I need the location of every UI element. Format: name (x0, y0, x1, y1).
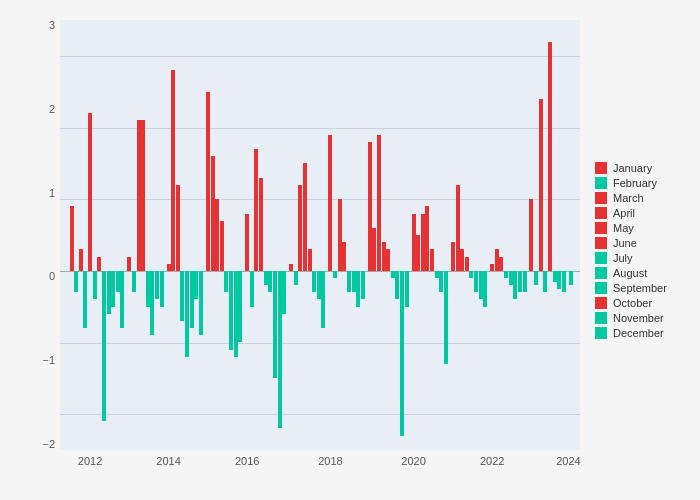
legend-item: February (595, 177, 690, 189)
bar (137, 120, 141, 271)
plot-canvas (60, 20, 580, 450)
x-axis-label: 2022 (480, 455, 504, 467)
bar (199, 271, 203, 336)
bar (289, 264, 293, 271)
bar (356, 271, 360, 307)
bar (460, 249, 464, 271)
bar (194, 271, 198, 300)
x-axis-label: 2012 (78, 455, 102, 467)
bar (386, 249, 390, 271)
legend-label: September (613, 282, 667, 294)
bar (529, 199, 533, 271)
bar (132, 271, 136, 293)
bar (416, 235, 420, 271)
legend-item: June (595, 237, 690, 249)
bar (439, 271, 443, 293)
bar (224, 271, 228, 293)
bar (435, 271, 439, 278)
legend-label: July (613, 252, 633, 264)
legend-item: November (595, 312, 690, 324)
bar (372, 228, 376, 271)
legend-item: August (595, 267, 690, 279)
legend-color-box (595, 222, 607, 234)
bar (382, 242, 386, 271)
bar (167, 264, 171, 271)
bar (534, 271, 538, 285)
legend-label: December (613, 327, 664, 339)
bar (412, 214, 416, 271)
x-axis-label: 2014 (156, 455, 180, 467)
legend-color-box (595, 207, 607, 219)
legend-label: April (613, 207, 635, 219)
x-axis-label: 2016 (235, 455, 259, 467)
bar (368, 142, 372, 271)
legend-item: April (595, 207, 690, 219)
legend-color-box (595, 177, 607, 189)
bar (338, 199, 342, 271)
legend-color-box (595, 297, 607, 309)
bar (107, 271, 111, 314)
bar (171, 70, 175, 271)
legend-label: August (613, 267, 647, 279)
y-axis: 3 2 1 0 −1 −2 (20, 20, 60, 450)
bar (141, 120, 145, 271)
bar (328, 135, 332, 271)
bar (127, 257, 131, 271)
bar (215, 199, 219, 271)
bar (298, 185, 302, 271)
y-label-neg2: −2 (42, 439, 55, 450)
bar (88, 113, 92, 271)
bar (294, 271, 298, 285)
gridline (60, 414, 580, 415)
bar (518, 271, 522, 293)
bar (120, 271, 124, 328)
bar (548, 42, 552, 271)
bar (234, 271, 238, 357)
legend-item: January (595, 162, 690, 174)
y-label-2: 2 (49, 104, 55, 115)
bar (254, 149, 258, 271)
y-label-1: 1 (49, 188, 55, 199)
bar (543, 271, 547, 293)
bar (160, 271, 164, 307)
bar (278, 271, 282, 429)
bar (444, 271, 448, 364)
bar (70, 206, 74, 271)
bar (361, 271, 365, 300)
legend-item: May (595, 222, 690, 234)
bar (553, 271, 557, 282)
plot-region: 3 2 1 0 −1 −2 (20, 20, 580, 450)
bar (185, 271, 189, 357)
x-axis-label: 2018 (318, 455, 342, 467)
legend-label: October (613, 297, 652, 309)
bar (539, 99, 543, 271)
bar (495, 249, 499, 271)
bar (111, 271, 115, 307)
bar (303, 163, 307, 271)
legend-color-box (595, 282, 607, 294)
gridline (60, 56, 580, 57)
legend-item: October (595, 297, 690, 309)
chart-container: 3 2 1 0 −1 −2 20122014201620182020202220… (0, 0, 700, 500)
bar (352, 271, 356, 293)
bar (342, 242, 346, 271)
bar (190, 271, 194, 328)
bar (268, 271, 272, 293)
bar (211, 156, 215, 271)
bar (400, 271, 404, 436)
legend-color-box (595, 162, 607, 174)
x-axis-label: 2024 (556, 455, 580, 467)
bar (317, 271, 321, 300)
bar (465, 257, 469, 271)
bar (79, 249, 83, 271)
legend-label: January (613, 162, 652, 174)
bar (557, 271, 561, 289)
bar (451, 242, 455, 271)
chart-area: 3 2 1 0 −1 −2 20122014201620182020202220… (20, 20, 690, 480)
bar (282, 271, 286, 314)
bar (150, 271, 154, 336)
bar (146, 271, 150, 307)
legend-label: May (613, 222, 634, 234)
y-label-neg1: −1 (42, 355, 55, 366)
bar (333, 271, 337, 278)
